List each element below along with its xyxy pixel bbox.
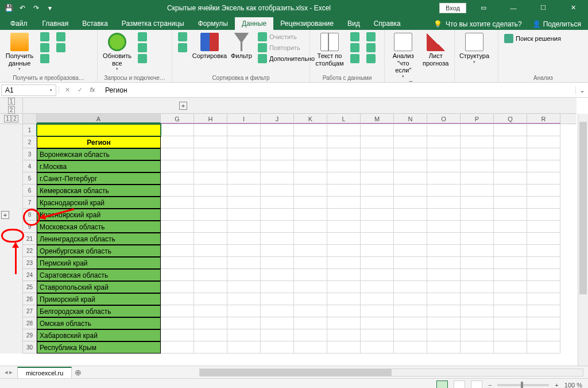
cell-Q9[interactable] [494,221,527,233]
tab-review[interactable]: Рецензирование [273,17,341,30]
cell-O25[interactable] [427,281,461,293]
filter-button[interactable]: Фильтр [230,32,253,61]
cell-O8[interactable] [427,209,461,221]
cell-O4[interactable] [427,160,461,172]
cell-N8[interactable] [394,209,427,221]
cell-R21[interactable] [527,233,560,245]
outline-button[interactable]: Структура▾ [458,32,490,66]
cell-P24[interactable] [461,269,494,281]
cell-I22[interactable] [227,245,261,257]
cell-N26[interactable] [394,293,427,305]
cell-L25[interactable] [327,281,361,293]
cell-R23[interactable] [527,257,560,269]
cell-K28[interactable] [294,317,327,329]
sheet-nav-prev-icon[interactable]: ◂ [5,368,8,376]
cell-P30[interactable] [461,341,494,354]
row-header-28[interactable]: 28 [23,317,37,329]
cell-I30[interactable] [227,341,261,354]
cell-H9[interactable] [194,221,227,233]
cell-M6[interactable] [361,185,394,197]
cancel-edit-icon[interactable]: ✕ [61,86,73,94]
cell-G30[interactable] [161,341,194,354]
cell-N24[interactable] [394,269,427,281]
cell-R28[interactable] [527,317,560,329]
cell-J2[interactable] [261,136,294,148]
cell-L27[interactable] [327,305,361,317]
cell-J5[interactable] [261,172,294,185]
horizontal-scrollbar[interactable] [199,368,583,377]
cell-M30[interactable] [361,341,394,354]
cell-K22[interactable] [294,245,327,257]
reapply-button[interactable]: Повторить [256,43,317,53]
cell-K26[interactable] [294,293,327,305]
cell-K7[interactable] [294,197,327,209]
cell-L6[interactable] [327,185,361,197]
cell-Q2[interactable] [494,136,527,148]
cell-O1[interactable] [427,124,461,136]
cell-J22[interactable] [261,245,294,257]
column-header-N[interactable]: N [394,114,427,124]
cell-H6[interactable] [194,185,227,197]
cell-O28[interactable] [427,317,461,329]
cell-Q21[interactable] [494,233,527,245]
cell-K5[interactable] [294,172,327,185]
qat-customize-icon[interactable]: ▾ [44,2,56,14]
edit-links-button[interactable] [136,53,149,64]
cell-A4[interactable]: г.Москва [37,160,161,172]
column-header-L[interactable]: L [327,114,361,124]
cell-P3[interactable] [461,148,494,160]
cell-M23[interactable] [361,257,394,269]
cell-N3[interactable] [394,148,427,160]
cell-P29[interactable] [461,329,494,341]
cell-I4[interactable] [227,160,261,172]
cell-M27[interactable] [361,305,394,317]
row-header-7[interactable]: 7 [23,197,37,209]
cell-L9[interactable] [327,221,361,233]
properties-button[interactable] [136,43,149,53]
cell-H24[interactable] [194,269,227,281]
cell-G22[interactable] [161,245,194,257]
cell-G27[interactable] [161,305,194,317]
cell-J25[interactable] [261,281,294,293]
cell-J28[interactable] [261,317,294,329]
cell-N21[interactable] [394,233,427,245]
cell-L2[interactable] [327,136,361,148]
cell-R22[interactable] [527,245,560,257]
cell-M9[interactable] [361,221,394,233]
cell-J6[interactable] [261,185,294,197]
cell-R24[interactable] [527,269,560,281]
cell-A21[interactable]: Ленинградская область [37,233,161,245]
cell-M5[interactable] [361,172,394,185]
cell-R8[interactable] [527,209,560,221]
cell-I5[interactable] [227,172,261,185]
cell-P26[interactable] [461,293,494,305]
new-sheet-button[interactable]: ⊕ [72,368,84,377]
cell-A7[interactable]: Краснодарский край [37,197,161,209]
data-model-button[interactable] [364,53,378,64]
cell-I27[interactable] [227,305,261,317]
cell-Q1[interactable] [494,124,527,136]
cell-R27[interactable] [527,305,560,317]
cell-K1[interactable] [294,124,327,136]
cell-R6[interactable] [527,185,560,197]
cell-H28[interactable] [194,317,227,329]
cell-L22[interactable] [327,245,361,257]
zoom-level[interactable]: 100 % [564,382,582,389]
cell-K3[interactable] [294,148,327,160]
login-button[interactable]: Вход [439,3,466,13]
cell-J30[interactable] [261,341,294,354]
cell-L23[interactable] [327,257,361,269]
horizontal-scroll-thumb[interactable] [200,369,391,376]
cell-G8[interactable] [161,209,194,221]
column-header-H[interactable]: H [194,114,227,124]
cell-Q30[interactable] [494,341,527,354]
cell-K23[interactable] [294,257,327,269]
cell-O24[interactable] [427,269,461,281]
from-text-button[interactable] [38,32,52,42]
row-header-8[interactable]: 8 [23,209,37,221]
cell-J24[interactable] [261,269,294,281]
cell-P8[interactable] [461,209,494,221]
cell-O7[interactable] [427,197,461,209]
cell-P2[interactable] [461,136,494,148]
cell-A1[interactable] [37,124,161,136]
